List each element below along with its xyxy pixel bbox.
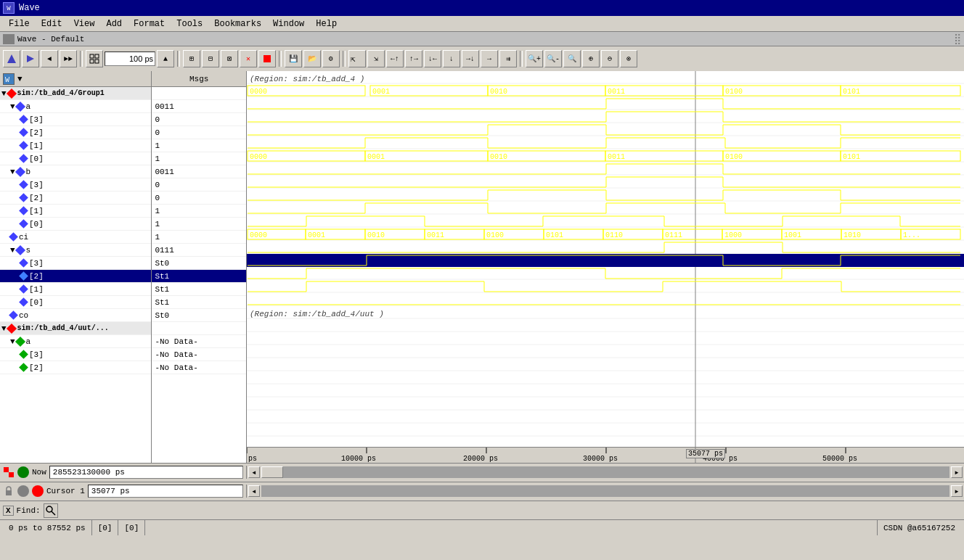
tb-nav7[interactable]: →↓ xyxy=(462,50,479,67)
sig-a[interactable]: ▼ a xyxy=(0,100,151,113)
scroll-track-h2[interactable] xyxy=(261,485,949,497)
sig-b3[interactable]: [3] xyxy=(0,178,151,192)
find-icon-btn[interactable] xyxy=(44,503,58,518)
sig-ua[interactable]: ▼ a xyxy=(0,335,151,348)
time-input[interactable] xyxy=(105,52,155,66)
lock-icon xyxy=(3,485,15,497)
svg-text:1001: 1001 xyxy=(784,231,801,239)
menu-bookmarks[interactable]: Bookmarks xyxy=(208,17,267,30)
tb-nav8[interactable]: → xyxy=(481,50,498,67)
title-bar: W Wave xyxy=(0,0,964,16)
sig-b[interactable]: ▼ b xyxy=(0,165,151,178)
tb-zoom-prev[interactable]: ⊖ xyxy=(601,50,618,67)
wave-scroll-h[interactable]: ◄ ► xyxy=(247,465,964,479)
tb-restart[interactable] xyxy=(3,50,20,67)
scroll-thumb-h[interactable] xyxy=(261,466,283,478)
tb-snap2[interactable]: ⊟ xyxy=(202,50,219,67)
svg-text:1...: 1... xyxy=(903,231,920,239)
svg-marker-0 xyxy=(7,54,16,63)
tree-dropdown-arrow[interactable]: ▼ xyxy=(17,75,23,83)
sig-group1[interactable]: ▼ sim:/tb_add_4/Group1 xyxy=(0,87,151,100)
status-icon2 xyxy=(17,466,29,478)
sig-group2[interactable]: ▼ sim:/tb_add_4/uut/... xyxy=(0,322,151,335)
msgs-header: Msgs xyxy=(152,71,246,86)
diamond-a0 xyxy=(19,154,28,163)
tb-zoom-out[interactable]: 🔍- xyxy=(544,50,562,67)
cursor-value: 35077 ps xyxy=(88,485,243,498)
tb-grid[interactable] xyxy=(86,50,103,67)
wave-dropdown-icon[interactable]: W xyxy=(3,73,15,85)
scroll-left-btn2[interactable]: ◄ xyxy=(248,485,260,497)
menu-file[interactable]: File xyxy=(3,17,36,30)
msgs-a1: 1 xyxy=(152,139,246,152)
tb-snap3[interactable]: ⊠ xyxy=(221,50,238,67)
menu-window[interactable]: Window xyxy=(267,17,310,30)
tb-nav9[interactable]: ⇉ xyxy=(499,50,517,67)
sig-b0[interactable]: [0] xyxy=(0,218,151,231)
tb-nav6[interactable]: ↓ xyxy=(443,50,460,67)
menu-add[interactable]: Add xyxy=(100,17,128,30)
menu-format[interactable]: Format xyxy=(128,17,171,30)
msgs-a2: 0 xyxy=(152,126,246,139)
msgs-s: 0111 xyxy=(152,244,246,257)
scroll-right-btn[interactable]: ► xyxy=(951,466,963,478)
menu-edit[interactable]: Edit xyxy=(36,17,68,30)
sig-a0[interactable]: [0] xyxy=(0,152,151,165)
menu-bar: File Edit View Add Format Tools Bookmark… xyxy=(0,16,964,32)
now-label: Now xyxy=(32,468,46,477)
tb-zoom-sel[interactable]: ⊕ xyxy=(582,50,600,67)
sig-s[interactable]: ▼ s xyxy=(0,244,151,257)
sig-s1[interactable]: [1] xyxy=(0,283,151,296)
sig-b1[interactable]: [1] xyxy=(0,205,151,218)
status-row2: Cursor 1 35077 ps ◄ ► xyxy=(0,482,964,501)
tb-nav1[interactable]: ⇱ xyxy=(348,50,366,67)
tb-save[interactable]: 💾 xyxy=(285,50,302,67)
msgs-a: 0011 xyxy=(152,100,246,113)
sep5 xyxy=(520,51,523,67)
tb-back[interactable]: ◄ xyxy=(41,50,58,67)
scroll-left-btn[interactable]: ◄ xyxy=(248,466,260,478)
sig-a3[interactable]: [3] xyxy=(0,113,151,126)
tb-nav5[interactable]: ↓← xyxy=(424,50,441,67)
sig-s1-label: [1] xyxy=(29,285,44,294)
sig-ci[interactable]: ci xyxy=(0,231,151,244)
scroll-right-btn2[interactable]: ► xyxy=(951,485,963,497)
menu-tools[interactable]: Tools xyxy=(171,17,208,30)
tb-stop[interactable]: ✕ xyxy=(240,50,257,67)
tb-up[interactable]: ▲ xyxy=(157,50,174,67)
tb-nav2[interactable]: ⇲ xyxy=(367,50,385,67)
svg-text:0000: 0000 xyxy=(250,88,267,96)
tb-settings[interactable]: ⚙ xyxy=(322,50,340,67)
svg-text:ps: ps xyxy=(248,455,257,463)
scroll-track-h[interactable] xyxy=(261,466,949,478)
svg-text:0000: 0000 xyxy=(250,153,267,161)
tb-zoom-in[interactable]: 🔍+ xyxy=(526,50,543,67)
sig-s0[interactable]: [0] xyxy=(0,296,151,309)
tb-zoom-full[interactable]: 🔍 xyxy=(563,50,581,67)
tb-snap[interactable]: ⊞ xyxy=(183,50,200,67)
menu-view[interactable]: View xyxy=(68,17,101,30)
sig-co[interactable]: co xyxy=(0,309,151,322)
msgs-ua: -No Data- xyxy=(152,335,246,348)
tb-nav4[interactable]: ↑→ xyxy=(405,50,422,67)
sig-s3[interactable]: [3] xyxy=(0,257,151,270)
tb-forward[interactable]: ►► xyxy=(60,50,77,67)
sig-a1[interactable]: [1] xyxy=(0,139,151,152)
tb-zoom-fit[interactable]: ⊗ xyxy=(620,50,637,67)
sig-b2[interactable]: [2] xyxy=(0,192,151,205)
svg-text:0011: 0011 xyxy=(427,231,444,239)
bottom-area: Now 285523130000 ps ◄ ► Cursor 1 35077 p… xyxy=(0,463,964,501)
menu-help[interactable]: Help xyxy=(310,17,343,30)
sig-ua3[interactable]: [3] xyxy=(0,348,151,361)
sig-a2[interactable]: [2] xyxy=(0,126,151,139)
tb-open[interactable]: 📂 xyxy=(303,50,321,67)
sig-ua2[interactable]: [2] xyxy=(0,361,151,374)
tb-run-step[interactable] xyxy=(22,50,39,67)
sig-s2[interactable]: [2] xyxy=(0,270,151,283)
diamond-b0 xyxy=(19,219,28,228)
tb-nav3[interactable]: ←↑ xyxy=(386,50,404,67)
wave-scroll-v-row[interactable]: ◄ ► xyxy=(247,484,964,498)
toolbar: ◄ ►► ▲ ⊞ ⊟ ⊠ ✕ 💾 📂 ⚙ ⇱ ⇲ ←↑ ↑→ ↓← ↓ →↓ →… xyxy=(0,46,964,71)
tb-stop2[interactable] xyxy=(258,50,276,67)
find-close-btn[interactable]: X xyxy=(3,506,14,516)
